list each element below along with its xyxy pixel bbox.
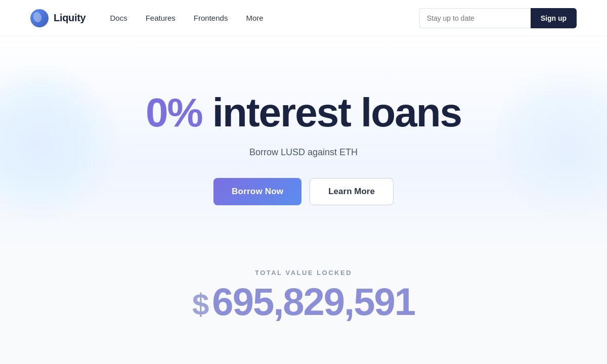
hero-title: 0% interest loans [146,90,461,135]
navbar-left: Liquity Docs Features Frontends More [30,9,264,27]
logo-icon [30,9,49,27]
navbar: Liquity Docs Features Frontends More Sig… [0,0,607,36]
hero-title-percent: 0% [146,90,202,135]
navbar-right: Sign up [419,8,577,28]
nav-link-features[interactable]: Features [146,14,176,22]
logo[interactable]: Liquity [30,9,85,27]
hero-content: 0% interest loans Borrow LUSD against ET… [146,90,461,205]
nav-links: Docs Features Frontends More [110,14,263,22]
logo-text: Liquity [54,12,85,24]
nav-link-docs[interactable]: Docs [110,14,127,22]
nav-link-more[interactable]: More [246,14,263,22]
hero-title-rest: interest loans [202,90,461,135]
hero-bg-right [496,57,607,229]
tvl-value: $695,829,591 [192,283,415,321]
borrow-now-button[interactable]: Borrow Now [213,178,301,205]
tvl-label: TOTAL VALUE LOCKED [255,269,352,277]
signup-button[interactable]: Sign up [531,8,577,28]
learn-more-button[interactable]: Learn More [310,178,394,205]
hero-subtitle: Borrow LUSD against ETH [146,147,461,158]
hero-buttons: Borrow Now Learn More [146,178,461,205]
newsletter-input[interactable] [419,8,531,28]
hero-bg-left [0,62,121,223]
nav-link-frontends[interactable]: Frontends [194,14,228,22]
hero-section: 0% interest loans Borrow LUSD against ET… [0,36,607,249]
tvl-section: TOTAL VALUE LOCKED $695,829,591 [0,249,607,331]
tvl-dollar: $ [192,288,208,322]
tvl-number: 695,829,591 [212,280,415,323]
